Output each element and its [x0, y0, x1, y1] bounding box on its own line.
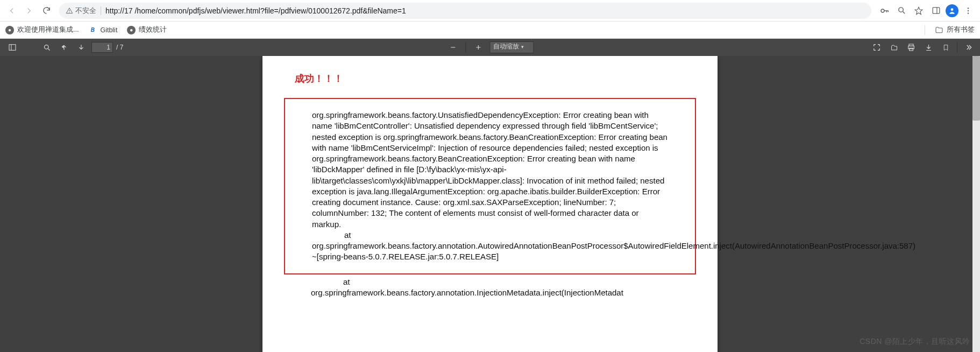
bookmark-item-stats[interactable]: ●绩效统计: [127, 25, 167, 34]
bookmark-star-icon[interactable]: [911, 3, 926, 18]
bookmark-label: 欢迎使用禅道集成...: [17, 25, 79, 34]
vertical-scrollbar[interactable]: [972, 56, 980, 352]
svg-point-10: [968, 12, 969, 13]
stack-line-1: org.springframework.beans.factory.annota…: [312, 241, 915, 261]
svg-line-4: [903, 12, 905, 14]
zoom-search-icon[interactable]: [894, 3, 909, 18]
svg-rect-5: [933, 8, 940, 13]
stack-at-2: at: [343, 277, 350, 286]
tools-more-icon[interactable]: [962, 40, 976, 54]
gitblit-icon: B: [88, 26, 97, 34]
error-text: org.springframework.beans.factory.Unsati…: [312, 110, 667, 229]
after-box: at org.springframework.beans.factory.ann…: [284, 274, 696, 299]
svg-point-9: [968, 10, 969, 11]
svg-rect-20: [910, 48, 913, 51]
reload-button[interactable]: [39, 3, 54, 18]
pdf-page: 成功！！！ org.springframework.beans.factory.…: [262, 56, 718, 352]
next-page-icon[interactable]: [74, 40, 88, 54]
presentation-icon[interactable]: [870, 40, 884, 54]
error-box: org.springframework.beans.factory.Unsati…: [284, 98, 696, 274]
scroll-thumb[interactable]: [972, 56, 980, 121]
svg-point-7: [951, 8, 954, 11]
svg-line-14: [48, 48, 49, 50]
open-file-icon[interactable]: [887, 40, 901, 54]
zoom-in-icon[interactable]: [471, 40, 485, 54]
browser-toolbar: 不安全 http://17 /home/common/pdfjs/web/vie…: [0, 0, 980, 22]
profile-avatar[interactable]: [946, 4, 958, 17]
insecure-label: 不安全: [75, 6, 96, 16]
forward-button[interactable]: [22, 3, 37, 18]
bookmark-item-gitblit[interactable]: BGitblit: [88, 26, 117, 34]
download-icon[interactable]: [921, 40, 935, 54]
globe-icon: ●: [127, 26, 136, 34]
side-panel-icon[interactable]: [928, 3, 943, 18]
svg-point-3: [898, 8, 903, 12]
pdfjs-toolbar: / 7 自动缩放 ▾: [0, 39, 980, 56]
kebab-menu-icon[interactable]: [961, 3, 976, 18]
find-icon[interactable]: [40, 40, 54, 54]
page-number-input[interactable]: [91, 42, 113, 53]
bookmark-item-zentao[interactable]: ●欢迎使用禅道集成...: [5, 25, 79, 34]
stack-line-2: org.springframework.beans.factory.annota…: [311, 288, 623, 297]
bookmark-icon[interactable]: [939, 40, 953, 54]
password-key-icon[interactable]: [877, 3, 892, 18]
sidebar-toggle-icon[interactable]: [5, 40, 19, 54]
chevron-down-icon: ▾: [521, 44, 524, 50]
zoom-select[interactable]: 自动缩放 ▾: [489, 41, 534, 53]
svg-point-2: [881, 9, 884, 12]
page-total-label: / 7: [116, 44, 123, 51]
pdf-viewport[interactable]: 成功！！！ org.springframework.beans.factory.…: [0, 56, 980, 352]
address-bar[interactable]: 不安全 http://17 /home/common/pdfjs/web/vie…: [59, 3, 871, 19]
print-icon[interactable]: [904, 40, 918, 54]
back-button[interactable]: [4, 3, 19, 18]
svg-point-1: [69, 12, 69, 12]
prev-page-icon[interactable]: [57, 40, 71, 54]
stack-at: at: [344, 230, 351, 240]
warning-icon: [66, 7, 73, 15]
bookmark-label: 绩效统计: [139, 25, 167, 34]
folder-icon: [935, 26, 943, 34]
all-bookmarks-button[interactable]: 所有书签: [935, 25, 975, 34]
globe-icon: ●: [5, 26, 14, 34]
svg-point-13: [44, 45, 48, 49]
svg-point-8: [968, 8, 969, 9]
zoom-out-icon[interactable]: [446, 40, 460, 54]
bookmark-label: Gitblit: [100, 26, 117, 34]
zoom-label: 自动缩放: [493, 43, 519, 50]
svg-rect-11: [9, 45, 16, 51]
document-heading: 成功！！！: [295, 72, 696, 85]
insecure-badge: 不安全: [66, 6, 96, 16]
url-text: http://17 /home/common/pdfjs/web/viewer.…: [105, 6, 406, 15]
bookmarks-bar: ●欢迎使用禅道集成... BGitblit ●绩效统计 所有书签: [0, 22, 980, 39]
all-bookmarks-label: 所有书签: [947, 25, 975, 34]
